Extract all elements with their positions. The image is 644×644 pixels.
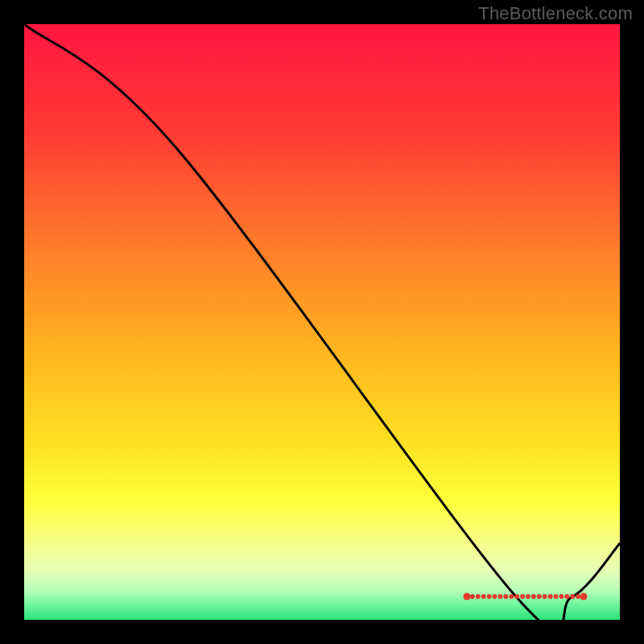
marker-dot [553, 594, 558, 599]
marker-dot [531, 594, 536, 599]
marker-dot [570, 594, 575, 599]
marker-dot [580, 593, 588, 601]
plot-area [24, 24, 620, 620]
marker-dot [487, 594, 492, 599]
marker-dot [564, 594, 569, 599]
curve-layer [24, 24, 620, 620]
bottleneck-curve [24, 24, 620, 631]
chart-canvas: TheBottleneck.com [0, 0, 644, 644]
marker-dot [464, 593, 471, 601]
marker-dot [548, 594, 553, 599]
marker-dot [576, 594, 580, 599]
marker-dot [509, 594, 514, 599]
watermark-text: TheBottleneck.com [478, 3, 633, 24]
marker-dot [481, 594, 486, 599]
marker-dot [537, 594, 542, 599]
marker-dot [559, 594, 564, 599]
marker-dot [543, 594, 547, 599]
marker-dot [493, 594, 497, 599]
marker-dot [476, 594, 481, 599]
marker-dot [503, 594, 508, 599]
marker-dot [520, 594, 525, 599]
marker-dot [470, 594, 475, 599]
marker-dot [526, 594, 530, 599]
marker-dot [514, 594, 519, 599]
marker-dot [497, 594, 502, 599]
